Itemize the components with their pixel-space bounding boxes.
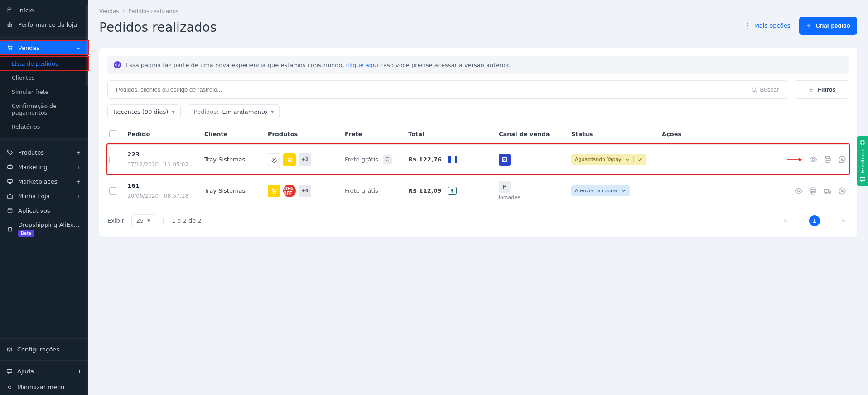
sidebar-scrollbar[interactable] (86, 0, 88, 395)
svg-rect-9 (7, 369, 12, 372)
product-more-badge[interactable]: +2 (299, 153, 311, 166)
view-icon[interactable] (808, 155, 818, 165)
cliente-name: Tray Sistemas (204, 187, 245, 194)
info-alert: ☺ Essa página faz parte de uma nova expe… (107, 56, 849, 74)
tv-icon (6, 163, 14, 171)
nav-inicio[interactable]: Início (0, 3, 88, 17)
monitor-icon (6, 178, 14, 185)
order-datetime: 10/06/2020 - 08:57:18 (127, 193, 188, 199)
nav-vendas-sub: Lista de pedidos Clientes Simular frete … (0, 55, 88, 137)
chevron-down-icon: ▾ (147, 217, 150, 224)
print-icon[interactable] (823, 155, 833, 165)
orders-status-select[interactable]: Pedidos: Em andamento ▾ (188, 104, 280, 119)
alert-link[interactable]: clique aqui (346, 62, 378, 68)
nav-ajuda[interactable]: Ajuda + (0, 363, 88, 379)
pager-last[interactable]: » (838, 215, 849, 226)
chevron-down-icon: ▾ (271, 108, 274, 115)
nav-produtos[interactable]: Produtos + (0, 145, 88, 160)
sidebar-item-label: Lista de pedidos (12, 60, 58, 67)
total-value: R$ 122,76 (408, 156, 442, 163)
search-input[interactable] (113, 81, 748, 98)
table-row[interactable]: 223 07/12/2020 - 11:05:02 Tray Sistemas … (107, 144, 849, 174)
svg-point-27 (825, 192, 827, 194)
breadcrumb-root[interactable]: Vendas (99, 8, 119, 15)
sidebar-item-label: Clientes (12, 74, 34, 81)
sidebar: Início Performance da loja Vendas – List… (0, 0, 88, 395)
nav-aplicativos[interactable]: Aplicativos (0, 203, 88, 218)
expand-icon: + (75, 193, 82, 200)
nav-marketing[interactable]: Marketing + (0, 160, 88, 174)
chevrons-left-icon (6, 384, 13, 390)
row-actions (662, 155, 847, 165)
svg-point-3 (9, 49, 10, 50)
feedback-label: Feedback (860, 149, 866, 174)
nav-marketplaces[interactable]: Marketplaces + (0, 174, 88, 189)
nav-item-label: Aplicativos (18, 207, 82, 214)
alert-text-post: caso você precise acessar a versão anter… (380, 62, 511, 68)
search-button[interactable]: Buscar (748, 83, 781, 97)
nav-item-label: Configurações (17, 346, 59, 353)
per-page-select[interactable]: 25 ▾ (131, 214, 155, 227)
frete-label: Frete grátis (345, 187, 378, 194)
nav-performance[interactable]: Performance da loja (0, 17, 88, 32)
sidebar-item-clientes[interactable]: Clientes (0, 71, 88, 85)
svg-point-21 (275, 192, 276, 193)
filters-button[interactable]: Filtros (795, 80, 849, 99)
nav-item-label: Início (18, 7, 82, 14)
nav-minimizar[interactable]: Minimizar menu (0, 379, 88, 395)
col-frete: Frete (345, 131, 408, 137)
pager-prev[interactable]: ‹ (795, 215, 805, 226)
row-checkbox[interactable] (109, 187, 116, 195)
svg-rect-6 (8, 166, 13, 169)
table-row[interactable]: 161 10/06/2020 - 08:57:18 Tray Sistemas … (107, 174, 849, 207)
create-order-button[interactable]: ＋ Criar pedido (799, 17, 857, 35)
product-thumb[interactable] (268, 185, 280, 197)
pager-next[interactable]: › (824, 215, 834, 226)
svg-point-5 (8, 151, 9, 151)
cart-icon (6, 44, 14, 51)
row-checkbox[interactable] (109, 156, 116, 163)
row-actions (662, 186, 847, 196)
nav-item-label: Vendas (18, 44, 70, 51)
frete-label: Frete grátis (345, 156, 378, 163)
pager-first[interactable]: « (780, 215, 791, 226)
product-thumb[interactable]: 20% OFF (283, 185, 296, 197)
print-icon[interactable] (808, 186, 818, 196)
product-more-badge[interactable]: +4 (299, 185, 311, 197)
more-options-button[interactable]: ⋮ Mais opções (743, 22, 791, 29)
svg-rect-1 (10, 22, 10, 26)
sidebar-item-relatorios[interactable]: Relatórios (0, 120, 88, 134)
status-badge[interactable]: Aguardando Yapay (571, 154, 646, 165)
nav-configuracoes[interactable]: Configurações (0, 341, 88, 357)
box-icon (6, 207, 14, 214)
view-icon[interactable] (794, 186, 804, 196)
feedback-tab[interactable]: ☺ Feedback (857, 136, 868, 186)
period-select[interactable]: Recentes (90 dias) ▾ (107, 104, 181, 119)
nav-vendas[interactable]: Vendas – (0, 40, 88, 55)
select-all-checkbox[interactable] (109, 130, 116, 137)
chevron-down-icon: ▾ (172, 108, 175, 115)
pager-page[interactable]: 1 (809, 215, 820, 226)
table-header: Pedido Cliente Produtos Frete Total Cana… (107, 124, 849, 144)
status-badge[interactable]: A enviar a cobrar (571, 185, 630, 196)
whatsapp-icon[interactable] (837, 155, 847, 165)
plus-icon: ＋ (806, 22, 812, 30)
sidebar-item-lista-de-pedidos[interactable]: Lista de pedidos (0, 57, 88, 71)
nav-dropshipping[interactable]: Dropshipping AliExpress Beta (0, 218, 88, 240)
sidebar-item-simular-frete[interactable]: Simular frete (0, 85, 88, 99)
money-icon: $ (448, 187, 457, 195)
page-title: Pedidos realizados (99, 20, 217, 35)
frete-chip: C (383, 155, 392, 164)
product-thumbs: 20% OFF +4 (268, 185, 311, 197)
expand-icon: + (77, 368, 82, 375)
whatsapp-icon[interactable] (837, 186, 847, 196)
sidebar-item-confirmacao[interactable]: Confirmação de pagamentos (0, 99, 88, 120)
chat-icon (859, 176, 866, 183)
truck-icon[interactable] (823, 186, 833, 196)
product-thumb[interactable]: ◎ (268, 153, 280, 166)
product-thumb[interactable] (283, 153, 296, 166)
annotation-arrow (787, 156, 803, 163)
table-footer: Exibir 25 ▾ | 1 a 2 de 2 « ‹ 1 › » (107, 214, 849, 227)
nav-minha-loja[interactable]: Minha Loja + (0, 189, 88, 203)
expand-icon: + (75, 164, 82, 171)
